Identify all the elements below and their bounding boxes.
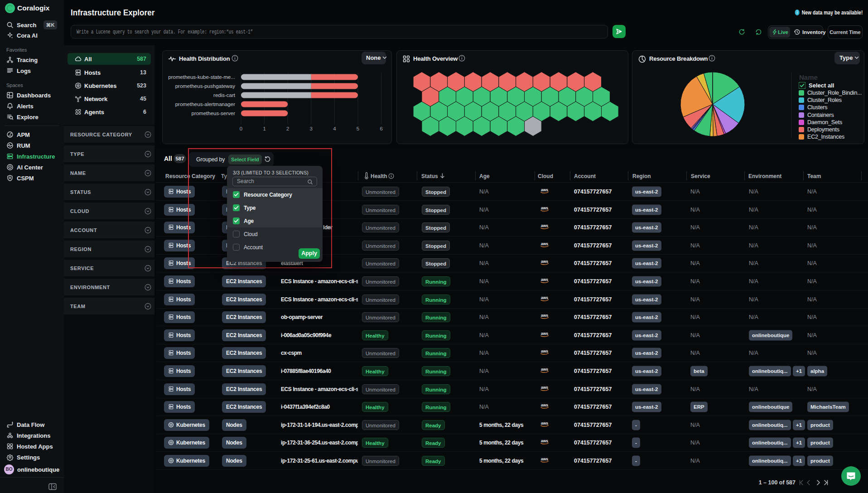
svg-text:aws: aws [541, 259, 548, 264]
svg-text:6: 6 [380, 126, 382, 131]
svg-text:prometheus-server: prometheus-server [191, 111, 235, 116]
svg-text:3: 3 [310, 126, 313, 131]
svg-text:aws: aws [541, 206, 548, 210]
svg-text:4: 4 [333, 126, 336, 131]
svg-text:5: 5 [357, 126, 359, 131]
svg-text:aws: aws [541, 385, 548, 390]
svg-text:aws: aws [541, 295, 548, 300]
svg-text:aws: aws [541, 367, 548, 372]
svg-text:aws: aws [541, 331, 548, 336]
svg-text:prometheus-kube-state-me...: prometheus-kube-state-me... [168, 74, 235, 80]
svg-text:aws: aws [541, 439, 548, 443]
svg-text:prometheus-alertmanager: prometheus-alertmanager [175, 102, 235, 107]
svg-text:aws: aws [541, 277, 548, 282]
svg-text:1: 1 [263, 126, 265, 131]
svg-text:aws: aws [541, 421, 548, 425]
svg-text:aws: aws [541, 403, 548, 407]
svg-text:aws: aws [541, 242, 548, 246]
svg-text:redis-cart: redis-cart [213, 92, 236, 98]
svg-text:aws: aws [541, 349, 548, 353]
svg-text:2: 2 [286, 126, 289, 131]
svg-text:prometheus-pushgateway: prometheus-pushgateway [175, 83, 236, 89]
svg-text:aws: aws [541, 223, 548, 228]
svg-text:aws: aws [541, 188, 548, 192]
svg-text:0: 0 [240, 126, 242, 131]
svg-text:aws: aws [541, 457, 548, 461]
svg-text:aws: aws [541, 313, 548, 318]
